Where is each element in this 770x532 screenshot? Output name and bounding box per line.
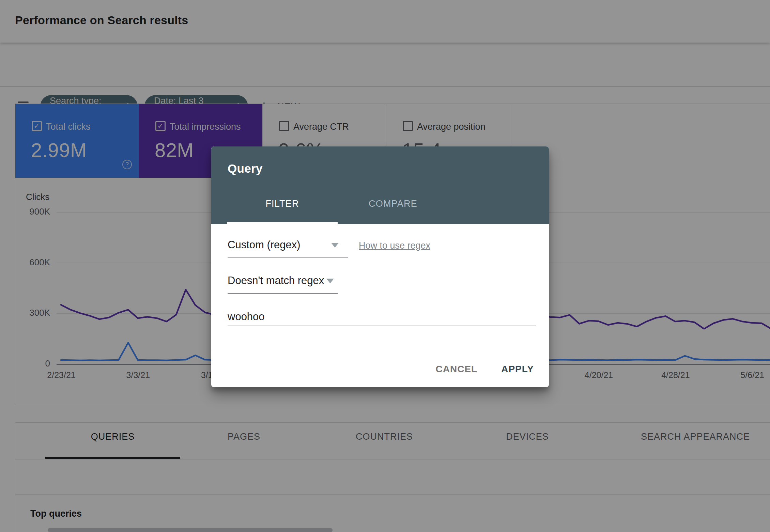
select-underline: [228, 293, 338, 294]
regex-value-input[interactable]: [228, 311, 507, 323]
dialog-header: Query FILTER COMPARE: [211, 146, 549, 224]
query-filter-dialog: Query FILTER COMPARE Custom (regex) How …: [211, 146, 549, 387]
actions-divider: [211, 351, 549, 351]
dialog-title: Query: [228, 162, 263, 175]
filter-type-select[interactable]: Custom (regex): [228, 239, 301, 251]
cancel-button[interactable]: CANCEL: [434, 359, 480, 379]
chevron-down-icon[interactable]: [326, 279, 334, 283]
input-underline: [228, 325, 536, 326]
match-type-select[interactable]: Doesn't match regex: [228, 275, 324, 287]
chevron-down-icon[interactable]: [331, 243, 339, 248]
active-dialog-tab-indicator: [227, 222, 338, 224]
tab-compare[interactable]: COMPARE: [338, 199, 448, 209]
dialog-actions: CANCEL APPLY: [434, 359, 536, 379]
regex-help-link[interactable]: How to use regex: [359, 240, 430, 251]
select-underline: [228, 257, 348, 257]
apply-button[interactable]: APPLY: [499, 359, 536, 379]
tab-filter[interactable]: FILTER: [227, 199, 338, 209]
